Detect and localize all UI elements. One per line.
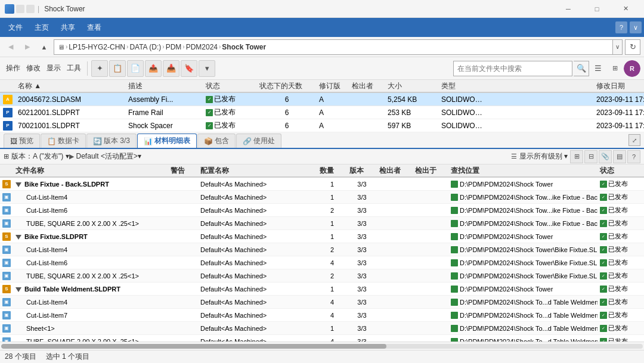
tab-contains[interactable]: 📦 包含 xyxy=(197,134,236,148)
bom-row-4[interactable]: ▣ TUBE, SQUARE 2.00 X 2.00 X .25<1> Defa… xyxy=(0,217,644,230)
tab-version[interactable]: 🔄 版本 3/3 xyxy=(86,134,137,148)
usedby-icon: 🔗 xyxy=(243,137,252,145)
col-name[interactable]: 名称 ▲ xyxy=(16,81,126,91)
bom-row-6[interactable]: ▣ Cut-List-Item4 Default<As Machined> 2 … xyxy=(0,243,644,256)
status-dot-4: ✓ xyxy=(600,220,607,227)
file-row-1[interactable]: A 20045672.SLDASM Assembly Fi... ✓ 已发布 6… xyxy=(0,93,644,106)
pdm-icon-btn-2[interactable]: 📋 xyxy=(109,60,126,77)
bom-col-checkedat[interactable]: 检出于 xyxy=(413,166,448,176)
bom-col-filename[interactable]: 文件名称 xyxy=(13,166,168,176)
bom-row-5[interactable]: S Bike Fixtue.SLDPRT Default<As Machined… xyxy=(0,230,644,243)
address-dropdown-btn[interactable]: ∨ xyxy=(612,39,622,55)
bom-col-warning[interactable]: 警告 xyxy=(168,166,198,176)
up-button[interactable]: ▲ xyxy=(37,40,51,54)
file-row-2[interactable]: P 60212001.SLDPRT Frame Rail ✓ 已发布 6 A 2… xyxy=(0,106,644,119)
col-rev[interactable]: 修订版 xyxy=(317,81,349,91)
bom-row-9[interactable]: S Build Table Weldment.SLDPRT Default<As… xyxy=(0,283,644,296)
bom-col-status[interactable]: 状态 xyxy=(597,166,644,176)
file-desc-3: Shock Spacer xyxy=(126,122,203,130)
bom-view-btn-1[interactable]: ⊞ xyxy=(570,150,583,163)
help-icon[interactable]: ? xyxy=(615,21,627,33)
bom-col-path[interactable]: 查找位置 xyxy=(448,166,597,176)
bom-path-2: D:\PDM\PDM2024\Shock Tow...ike Fixtue - … xyxy=(448,194,597,201)
bom-row-13[interactable]: ▣ TUBE, SQUARE 2.00 X 2.00 X .25<1> Defa… xyxy=(0,335,644,342)
bom-scroll-area[interactable]: S Bike Fixtue - Back.SLDPRT Default<As M… xyxy=(0,178,644,342)
bom-tab-icon: 📊 xyxy=(144,137,153,145)
pdm-icon-btn-1[interactable]: ✦ xyxy=(91,60,108,77)
bom-icon-cut-13: ▣ xyxy=(2,337,11,342)
address-box[interactable]: 🖥 › LP15-HYG2-CHN › DATA (D:) › PDM › PD… xyxy=(54,39,623,55)
bom-row-1[interactable]: S Bike Fixtue - Back.SLDPRT Default<As M… xyxy=(0,178,644,191)
search-icon-btn[interactable]: 🔍 xyxy=(574,61,589,76)
menu-view[interactable]: 查看 xyxy=(81,20,107,35)
tab-preview[interactable]: 🖼 预览 xyxy=(4,134,40,148)
bom-col-checkedout[interactable]: 检出者 xyxy=(377,166,413,176)
col-size[interactable]: 大小 xyxy=(385,81,439,91)
tab-bom[interactable]: 📊 材料明细表 xyxy=(137,134,197,148)
minimize-button[interactable]: ─ xyxy=(555,0,582,18)
bom-row-10[interactable]: ▣ Cut-List-Item4 Default<As Machined> 4 … xyxy=(0,296,644,309)
refresh-button[interactable]: ↻ xyxy=(625,39,640,55)
bom-toolbar-right: ☰ 显示所有级别 ▾ ⊞ ⊟ 📎 ▤ ? xyxy=(511,150,640,163)
config-selector[interactable]: Default <活动配置>▾ xyxy=(76,151,141,162)
pdm-icon-btn-6[interactable]: 🔖 xyxy=(181,60,197,77)
col-type-label[interactable]: 类型 xyxy=(439,81,487,91)
bom-path-3: D:\PDM\PDM2024\Shock Tow...ike Fixtue - … xyxy=(448,207,597,214)
tab-datacard[interactable]: 📋 数据卡 xyxy=(41,134,86,148)
view-icon-btn[interactable]: ⊞ xyxy=(607,61,623,76)
toolbar-tools-label[interactable]: 工具 xyxy=(64,62,83,75)
bom-view-btn-4[interactable]: ▤ xyxy=(613,150,626,163)
file-row-3[interactable]: P 70021001.SLDPRT Shock Spacer ✓ 已发布 6 A… xyxy=(0,119,644,132)
bom-row-12[interactable]: ▣ Sheet<1> Default<As Machined> 1 3/3 D:… xyxy=(0,322,644,335)
file-days-1: 6 xyxy=(257,95,317,104)
forward-button[interactable]: ▶ xyxy=(20,40,35,54)
toolbar-display-label[interactable]: 显示 xyxy=(44,62,63,75)
version-selector[interactable]: 版本：A ("发布") ▾ xyxy=(11,151,69,162)
filelist-header: 名称 ▲ 描述 状态 状态下的天数 修订版 检出者 大小 类型 修改日期 类别 xyxy=(0,80,644,93)
col-desc[interactable]: 描述 xyxy=(126,81,203,91)
maximize-button[interactable]: □ xyxy=(583,0,611,18)
back-button[interactable]: ◀ xyxy=(4,40,18,54)
bom-col-qty[interactable]: 数量 xyxy=(317,166,347,176)
pdm-icon-btn-4[interactable]: 📤 xyxy=(145,60,162,77)
menu-share[interactable]: 共享 xyxy=(55,20,81,35)
tab-contains-label: 包含 xyxy=(215,136,229,146)
bom-view-btn-3[interactable]: 📎 xyxy=(599,150,612,163)
bom-view-btn-2[interactable]: ⊟ xyxy=(584,150,597,163)
bom-view-btn-5[interactable]: ? xyxy=(627,150,640,163)
pdm-icon-btn-5[interactable]: 📥 xyxy=(163,60,179,77)
pdm-icon-btn-3[interactable]: 📄 xyxy=(127,60,144,77)
search-input[interactable] xyxy=(453,61,572,76)
expand-btn[interactable]: ⤢ xyxy=(628,134,640,148)
bom-col-version[interactable]: 版本 xyxy=(347,166,377,176)
toolbar-modify-label[interactable]: 修改 xyxy=(24,62,43,75)
bom-qty-7: 4 xyxy=(317,259,347,266)
tabs-bar: 🖼 预览 📋 数据卡 🔄 版本 3/3 📊 材料明细表 📦 包含 🔗 使用处 ⤢ xyxy=(0,132,644,149)
col-checkout[interactable]: 检出者 xyxy=(349,81,385,91)
menu-home[interactable]: 主页 xyxy=(29,20,55,35)
pdm-filter-btn[interactable]: ▾ xyxy=(199,60,215,77)
window-title: Shock Tower xyxy=(44,5,85,13)
bom-row-3[interactable]: ▣ Cut-List-Item6 Default<As Machined> 2 … xyxy=(0,204,644,217)
view-list-icon[interactable]: ☰ xyxy=(590,61,606,76)
bom-row-7[interactable]: ▣ Cut-List-Item6 Default<As Machined> 4 … xyxy=(0,256,644,269)
chevron-down-icon[interactable]: ∨ xyxy=(630,21,642,33)
tab-usedby[interactable]: 🔗 使用处 xyxy=(236,134,281,148)
bom-row-8[interactable]: ▣ TUBE, SQUARE 2.00 X 2.00 X .25<1> Defa… xyxy=(0,269,644,283)
col-status[interactable]: 状态 xyxy=(203,81,257,91)
bom-col-config[interactable]: 配置名称 xyxy=(198,166,317,176)
bom-row-11[interactable]: ▣ Cut-List-Item7 Default<As Machined> 4 … xyxy=(0,309,644,322)
col-modified-date[interactable]: 修改日期 xyxy=(594,81,644,91)
collapse-icon-5[interactable] xyxy=(16,235,21,240)
h-scrollbar[interactable] xyxy=(0,342,644,350)
col-days[interactable]: 状态下的天数 xyxy=(257,81,317,91)
bom-qty-11: 4 xyxy=(317,312,347,319)
collapse-icon-1[interactable] xyxy=(16,182,21,187)
menu-file[interactable]: 文件 xyxy=(2,20,29,35)
toolbar-operations-label[interactable]: 操作 xyxy=(4,62,23,75)
display-level-btn[interactable]: 显示所有级别 ▾ xyxy=(519,151,568,162)
collapse-icon-9[interactable] xyxy=(16,287,21,292)
expand-icon[interactable]: ⤢ xyxy=(628,134,640,146)
close-button[interactable]: ✕ xyxy=(612,0,639,18)
bom-row-2[interactable]: ▣ Cut-List-Item4 Default<As Machined> 1 … xyxy=(0,191,644,204)
